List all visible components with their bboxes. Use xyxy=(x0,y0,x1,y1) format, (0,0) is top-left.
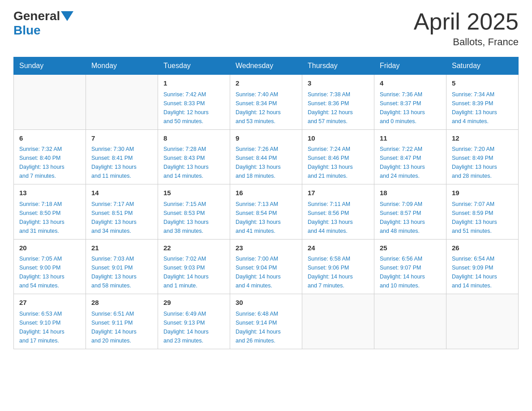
day-info: Sunrise: 7:26 AMSunset: 8:44 PMDaylight:… xyxy=(236,145,296,180)
weekday-header-row: SundayMondayTuesdayWednesdayThursdayFrid… xyxy=(14,57,519,75)
day-number: 14 xyxy=(91,188,152,198)
day-number: 1 xyxy=(163,78,224,89)
day-info: Sunrise: 7:22 AMSunset: 8:47 PMDaylight:… xyxy=(380,145,441,180)
day-info: Sunrise: 7:20 AMSunset: 8:49 PMDaylight:… xyxy=(452,145,513,180)
day-info: Sunrise: 6:56 AMSunset: 9:07 PMDaylight:… xyxy=(380,254,441,290)
calendar-cell: 29Sunrise: 6:49 AMSunset: 9:13 PMDayligh… xyxy=(158,294,230,349)
page-header: General Blue April 2025 Ballots, France xyxy=(13,9,519,48)
calendar-cell: 3Sunrise: 7:38 AMSunset: 8:36 PMDaylight… xyxy=(302,75,374,130)
week-row-1: 1Sunrise: 7:42 AMSunset: 8:33 PMDaylight… xyxy=(14,75,519,130)
day-info: Sunrise: 7:42 AMSunset: 8:33 PMDaylight:… xyxy=(163,90,224,126)
weekday-header-wednesday: Wednesday xyxy=(230,57,302,75)
calendar-cell: 14Sunrise: 7:17 AMSunset: 8:51 PMDayligh… xyxy=(86,184,158,240)
day-info: Sunrise: 7:09 AMSunset: 8:57 PMDaylight:… xyxy=(380,200,441,235)
day-number: 10 xyxy=(308,133,369,144)
day-info: Sunrise: 6:53 AMSunset: 9:10 PMDaylight:… xyxy=(19,309,80,345)
calendar-cell: 28Sunrise: 6:51 AMSunset: 9:11 PMDayligh… xyxy=(86,294,158,349)
day-info: Sunrise: 7:30 AMSunset: 8:41 PMDaylight:… xyxy=(91,145,152,180)
day-info: Sunrise: 7:07 AMSunset: 8:59 PMDaylight:… xyxy=(452,200,513,235)
day-number: 3 xyxy=(308,78,369,89)
day-number: 19 xyxy=(452,188,513,198)
day-info: Sunrise: 6:54 AMSunset: 9:09 PMDaylight:… xyxy=(452,254,513,290)
day-number: 24 xyxy=(308,243,369,253)
calendar-cell: 26Sunrise: 6:54 AMSunset: 9:09 PMDayligh… xyxy=(446,239,519,294)
calendar-cell: 30Sunrise: 6:48 AMSunset: 9:14 PMDayligh… xyxy=(230,294,302,349)
calendar-cell: 13Sunrise: 7:18 AMSunset: 8:50 PMDayligh… xyxy=(14,184,86,240)
day-number: 21 xyxy=(91,243,152,253)
day-number: 4 xyxy=(380,78,441,89)
weekday-header-monday: Monday xyxy=(86,57,158,75)
day-info: Sunrise: 7:03 AMSunset: 9:01 PMDaylight:… xyxy=(91,254,152,290)
day-info: Sunrise: 7:11 AMSunset: 8:56 PMDaylight:… xyxy=(308,200,369,235)
calendar-cell: 6Sunrise: 7:32 AMSunset: 8:40 PMDaylight… xyxy=(14,129,86,184)
day-number: 28 xyxy=(91,298,152,308)
calendar-cell: 4Sunrise: 7:36 AMSunset: 8:37 PMDaylight… xyxy=(374,75,446,130)
day-number: 30 xyxy=(236,298,296,308)
calendar-cell: 5Sunrise: 7:34 AMSunset: 8:39 PMDaylight… xyxy=(446,75,519,130)
day-number: 26 xyxy=(452,243,513,253)
logo-blue-text: Blue xyxy=(13,23,41,38)
calendar-cell: 1Sunrise: 7:42 AMSunset: 8:33 PMDaylight… xyxy=(158,75,230,130)
day-number: 22 xyxy=(163,243,224,253)
calendar-cell: 11Sunrise: 7:22 AMSunset: 8:47 PMDayligh… xyxy=(374,129,446,184)
day-number: 6 xyxy=(19,133,80,144)
day-info: Sunrise: 7:34 AMSunset: 8:39 PMDaylight:… xyxy=(452,90,513,126)
day-info: Sunrise: 6:48 AMSunset: 9:14 PMDaylight:… xyxy=(236,309,296,345)
day-number: 2 xyxy=(236,78,296,89)
day-number: 8 xyxy=(163,133,224,144)
calendar-cell: 27Sunrise: 6:53 AMSunset: 9:10 PMDayligh… xyxy=(14,294,86,349)
day-info: Sunrise: 7:40 AMSunset: 8:34 PMDaylight:… xyxy=(236,90,296,126)
week-row-2: 6Sunrise: 7:32 AMSunset: 8:40 PMDaylight… xyxy=(14,129,519,184)
day-number: 27 xyxy=(19,298,80,308)
calendar-cell: 15Sunrise: 7:15 AMSunset: 8:53 PMDayligh… xyxy=(158,184,230,240)
calendar-cell: 12Sunrise: 7:20 AMSunset: 8:49 PMDayligh… xyxy=(446,129,519,184)
day-number: 16 xyxy=(236,188,296,198)
calendar-cell: 18Sunrise: 7:09 AMSunset: 8:57 PMDayligh… xyxy=(374,184,446,240)
calendar-cell: 17Sunrise: 7:11 AMSunset: 8:56 PMDayligh… xyxy=(302,184,374,240)
logo: General Blue xyxy=(13,9,74,38)
title-section: April 2025 Ballots, France xyxy=(414,9,519,48)
day-info: Sunrise: 7:15 AMSunset: 8:53 PMDaylight:… xyxy=(163,200,224,235)
day-info: Sunrise: 7:24 AMSunset: 8:46 PMDaylight:… xyxy=(308,145,369,180)
calendar-cell xyxy=(86,75,158,130)
calendar-cell: 8Sunrise: 7:28 AMSunset: 8:43 PMDaylight… xyxy=(158,129,230,184)
day-number: 29 xyxy=(163,298,224,308)
calendar-cell: 20Sunrise: 7:05 AMSunset: 9:00 PMDayligh… xyxy=(14,239,86,294)
month-title: April 2025 xyxy=(414,9,519,34)
calendar-cell: 23Sunrise: 7:00 AMSunset: 9:04 PMDayligh… xyxy=(230,239,302,294)
day-number: 23 xyxy=(236,243,296,253)
day-number: 12 xyxy=(452,133,513,144)
day-info: Sunrise: 7:32 AMSunset: 8:40 PMDaylight:… xyxy=(19,145,80,180)
calendar-cell: 19Sunrise: 7:07 AMSunset: 8:59 PMDayligh… xyxy=(446,184,519,240)
day-info: Sunrise: 7:00 AMSunset: 9:04 PMDaylight:… xyxy=(236,254,296,290)
calendar-cell: 24Sunrise: 6:58 AMSunset: 9:06 PMDayligh… xyxy=(302,239,374,294)
week-row-5: 27Sunrise: 6:53 AMSunset: 9:10 PMDayligh… xyxy=(14,294,519,349)
calendar-cell xyxy=(302,294,374,349)
calendar-cell: 21Sunrise: 7:03 AMSunset: 9:01 PMDayligh… xyxy=(86,239,158,294)
calendar-cell: 9Sunrise: 7:26 AMSunset: 8:44 PMDaylight… xyxy=(230,129,302,184)
calendar-cell: 25Sunrise: 6:56 AMSunset: 9:07 PMDayligh… xyxy=(374,239,446,294)
day-number: 7 xyxy=(91,133,152,144)
week-row-4: 20Sunrise: 7:05 AMSunset: 9:00 PMDayligh… xyxy=(14,239,519,294)
calendar-cell: 7Sunrise: 7:30 AMSunset: 8:41 PMDaylight… xyxy=(86,129,158,184)
logo-general-text: General xyxy=(13,9,60,23)
calendar-cell xyxy=(14,75,86,130)
day-number: 17 xyxy=(308,188,369,198)
day-number: 5 xyxy=(452,78,513,89)
day-info: Sunrise: 7:38 AMSunset: 8:36 PMDaylight:… xyxy=(308,90,369,126)
day-number: 25 xyxy=(380,243,441,253)
weekday-header-friday: Friday xyxy=(374,57,446,75)
day-info: Sunrise: 6:49 AMSunset: 9:13 PMDaylight:… xyxy=(163,309,224,345)
day-info: Sunrise: 7:18 AMSunset: 8:50 PMDaylight:… xyxy=(19,200,80,235)
calendar-cell xyxy=(374,294,446,349)
day-number: 11 xyxy=(380,133,441,144)
location: Ballots, France xyxy=(414,36,519,48)
day-info: Sunrise: 7:13 AMSunset: 8:54 PMDaylight:… xyxy=(236,200,296,235)
day-info: Sunrise: 7:28 AMSunset: 8:43 PMDaylight:… xyxy=(163,145,224,180)
calendar-cell: 10Sunrise: 7:24 AMSunset: 8:46 PMDayligh… xyxy=(302,129,374,184)
week-row-3: 13Sunrise: 7:18 AMSunset: 8:50 PMDayligh… xyxy=(14,184,519,240)
calendar-cell: 16Sunrise: 7:13 AMSunset: 8:54 PMDayligh… xyxy=(230,184,302,240)
day-number: 9 xyxy=(236,133,296,144)
calendar-cell: 2Sunrise: 7:40 AMSunset: 8:34 PMDaylight… xyxy=(230,75,302,130)
weekday-header-thursday: Thursday xyxy=(302,57,374,75)
